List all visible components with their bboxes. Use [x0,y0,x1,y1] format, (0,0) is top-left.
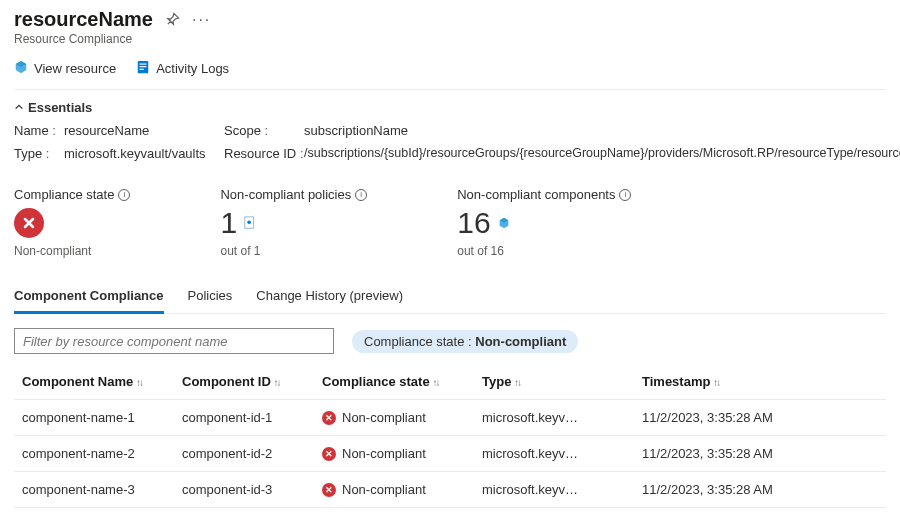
activity-logs-button[interactable]: Activity Logs [136,60,229,77]
noncompliant-components-count: 16 [457,208,490,238]
svg-rect-3 [140,69,144,70]
noncompliant-icon: ✕ [322,447,336,461]
col-type[interactable]: Type ↑↓ [474,364,634,400]
table-row[interactable]: component-name-1component-id-1✕Non-compl… [14,400,886,436]
policy-icon [243,216,257,230]
svg-rect-2 [140,66,147,67]
info-icon[interactable]: i [619,189,631,201]
filter-input[interactable] [14,328,334,354]
ess-type-value: microsoft.keyvault/vaults [64,146,224,161]
cell-type: microsoft.keyv… [474,472,634,508]
cell-state: ✕Non-compliant [314,436,474,472]
cell-timestamp: 11/2/2023, 3:35:28 AM [634,472,886,508]
ess-resourceid-label: Resource ID [224,146,296,161]
more-icon[interactable]: ··· [192,11,211,29]
ess-name-label: Name [14,123,49,138]
cell-id: component-id-3 [174,472,314,508]
cube-icon [14,60,28,77]
pill-label: Compliance state : [364,334,475,349]
noncompliant-policies-count: 1 [220,208,237,238]
noncompliant-icon: ✕ [322,411,336,425]
cell-id: component-id-1 [174,400,314,436]
noncompliant-policies-title: Non-compliant policies [220,187,351,202]
cell-type: microsoft.keyv… [474,400,634,436]
noncompliant-badge-icon [14,208,44,238]
ess-scope-value[interactable]: subscriptionName [304,123,900,138]
noncompliant-components-sub: out of 16 [457,244,631,258]
col-compliance-state[interactable]: Compliance state ↑↓ [314,364,474,400]
sort-icon: ↑↓ [513,377,520,388]
essentials-label: Essentials [28,100,92,115]
cell-state: ✕Non-compliant [314,400,474,436]
cell-id: component-id-2 [174,436,314,472]
info-icon[interactable]: i [355,189,367,201]
svg-rect-1 [140,64,147,65]
ess-type-label: Type [14,146,42,161]
noncompliant-components-title: Non-compliant components [457,187,615,202]
ess-name-value: resourceName [64,123,224,138]
view-resource-button[interactable]: View resource [14,60,116,77]
activity-logs-label: Activity Logs [156,61,229,76]
tab-change-history[interactable]: Change History (preview) [256,280,403,313]
essentials-toggle[interactable]: Essentials [14,90,886,123]
col-component-name[interactable]: Component Name ↑↓ [14,364,174,400]
info-icon[interactable]: i [118,189,130,201]
col-timestamp[interactable]: Timestamp ↑↓ [634,364,886,400]
table-row[interactable]: component-name-3component-id-3✕Non-compl… [14,472,886,508]
view-resource-label: View resource [34,61,116,76]
noncompliant-policies-sub: out of 1 [220,244,367,258]
cell-name: component-name-1 [14,400,174,436]
tab-component-compliance[interactable]: Component Compliance [14,280,164,314]
log-icon [136,60,150,77]
noncompliant-icon: ✕ [322,483,336,497]
cell-timestamp: 11/2/2023, 3:35:28 AM [634,436,886,472]
sort-icon: ↑↓ [432,377,439,388]
compliance-state-value: Non-compliant [14,244,130,258]
compliance-state-filter-pill[interactable]: Compliance state : Non-compliant [352,330,578,353]
ess-scope-label: Scope [224,123,261,138]
svg-point-5 [248,220,252,224]
chevron-up-icon [14,100,24,115]
table-row[interactable]: component-name-2component-id-2✕Non-compl… [14,436,886,472]
cell-timestamp: 11/2/2023, 3:35:28 AM [634,400,886,436]
compliance-state-title: Compliance state [14,187,114,202]
page-title: resourceName [14,8,153,31]
sort-icon: ↑↓ [712,377,719,388]
ess-resourceid-value[interactable]: /subscriptions/{subId}/resourceGroups/{r… [304,146,900,161]
sort-icon: ↑↓ [135,377,142,388]
cell-name: component-name-3 [14,472,174,508]
col-component-id[interactable]: Component ID ↑↓ [174,364,314,400]
cell-type: microsoft.keyv… [474,436,634,472]
sort-icon: ↑↓ [273,377,280,388]
pin-icon[interactable] [165,12,180,27]
pill-value: Non-compliant [475,334,566,349]
page-subtitle: Resource Compliance [14,32,886,46]
tab-policies[interactable]: Policies [188,280,233,313]
component-cube-icon [497,216,511,230]
cell-name: component-name-2 [14,436,174,472]
cell-state: ✕Non-compliant [314,472,474,508]
